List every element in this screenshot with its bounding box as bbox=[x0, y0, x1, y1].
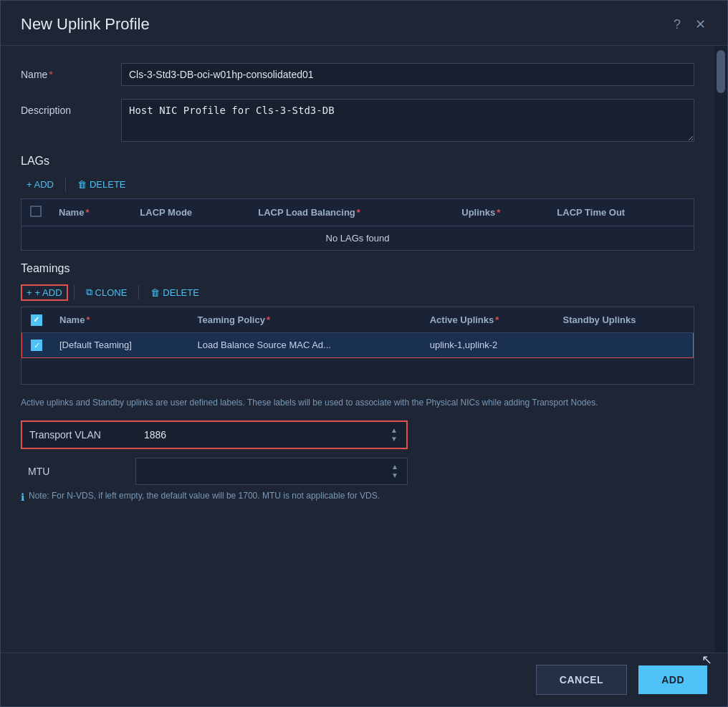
mtu-spinner: ▲ ▼ bbox=[390, 463, 400, 480]
teamings-info-text: Active uplinks and Standby uplinks are u… bbox=[21, 396, 694, 409]
dialog-title: New Uplink Profile bbox=[21, 15, 150, 34]
dialog-body: Name* Description Host NIC Profile for C… bbox=[1, 46, 727, 653]
transport-vlan-down-button[interactable]: ▼ bbox=[389, 435, 399, 443]
mtu-down-button[interactable]: ▼ bbox=[390, 471, 400, 480]
teamings-row-check bbox=[22, 332, 52, 358]
teamings-add-button[interactable]: + + ADD bbox=[21, 284, 68, 301]
teamings-toolbar-sep1 bbox=[74, 285, 75, 299]
lags-section-title: LAGs bbox=[21, 155, 694, 168]
mtu-row: MTU ▲ ▼ bbox=[21, 458, 408, 485]
lags-add-button[interactable]: + ADD bbox=[21, 176, 59, 193]
help-button[interactable]: ? bbox=[672, 16, 682, 32]
cancel-button[interactable]: CANCEL bbox=[536, 665, 627, 695]
name-label: Name* bbox=[21, 63, 121, 80]
lags-col-lacp-timeout: LACP Time Out bbox=[548, 199, 694, 226]
lags-col-name: Name* bbox=[50, 199, 131, 226]
clone-icon: ⧉ bbox=[86, 287, 92, 298]
teamings-row-active-uplinks: uplink-1,uplink-2 bbox=[421, 332, 555, 358]
lags-empty-row: No LAGs found bbox=[21, 226, 694, 251]
teamings-toolbar-sep2 bbox=[138, 285, 139, 299]
lags-check-col bbox=[21, 199, 50, 226]
teamings-header-row: Name* Teaming Policy* Active Uplinks* St… bbox=[22, 307, 694, 332]
teamings-row-standby-uplinks bbox=[555, 332, 694, 358]
lags-toolbar: + ADD 🗑 DELETE bbox=[21, 176, 694, 193]
main-content: Name* Description Host NIC Profile for C… bbox=[1, 46, 714, 653]
dialog-footer: CANCEL ADD bbox=[1, 653, 727, 706]
lags-header-row: Name* LACP Mode LACP Load Balancing* Upl… bbox=[21, 199, 694, 226]
teamings-row-policy: Load Balance Source MAC Ad... bbox=[188, 332, 421, 358]
trash2-icon: 🗑 bbox=[150, 287, 160, 298]
teamings-row-checkbox[interactable] bbox=[31, 340, 42, 351]
mtu-label: MTU bbox=[21, 461, 135, 481]
teamings-toolbar: + + ADD ⧉ CLONE 🗑 DELETE bbox=[21, 284, 694, 301]
teamings-empty-row bbox=[22, 358, 694, 385]
lags-col-lacp-mode: LACP Mode bbox=[131, 199, 249, 226]
add-button[interactable]: ADD bbox=[638, 665, 707, 694]
transport-vlan-row: Transport VLAN 1886 ▲ ▼ bbox=[21, 420, 408, 449]
mtu-input-wrap: ▲ ▼ bbox=[135, 458, 408, 485]
teamings-table-container: Name* Teaming Policy* Active Uplinks* St… bbox=[21, 307, 694, 385]
transport-vlan-label: Transport VLAN bbox=[29, 429, 144, 441]
lags-col-lacp-lb: LACP Load Balancing* bbox=[249, 199, 453, 226]
teamings-select-all-checkbox[interactable] bbox=[31, 314, 42, 326]
teamings-table: Name* Teaming Policy* Active Uplinks* St… bbox=[21, 307, 694, 384]
trash-icon: 🗑 bbox=[77, 179, 87, 190]
teamings-col-policy: Teaming Policy* bbox=[188, 307, 421, 332]
lags-table-container: Name* LACP Mode LACP Load Balancing* Upl… bbox=[21, 198, 694, 251]
note-text: Note: For N-VDS, if left empty, the defa… bbox=[29, 491, 380, 501]
name-required-star: * bbox=[49, 69, 52, 80]
transport-vlan-value: 1886 bbox=[144, 429, 389, 441]
close-button[interactable]: ✕ bbox=[694, 16, 707, 32]
lags-col-uplinks: Uplinks* bbox=[453, 199, 548, 226]
info-icon: ℹ bbox=[21, 491, 24, 503]
teamings-col-standby-uplinks: Standby Uplinks bbox=[555, 307, 694, 332]
description-row: Description Host NIC Profile for Cls-3-S… bbox=[21, 99, 694, 142]
teamings-col-active-uplinks: Active Uplinks* bbox=[421, 307, 555, 332]
transport-vlan-spinner: ▲ ▼ bbox=[389, 426, 399, 443]
new-uplink-profile-dialog: New Uplink Profile ? ✕ Name* Description… bbox=[0, 0, 728, 707]
scrollbar-thumb[interactable] bbox=[717, 50, 725, 93]
teamings-clone-button[interactable]: ⧉ CLONE bbox=[80, 284, 133, 301]
teamings-check-col bbox=[22, 307, 52, 332]
table-row[interactable]: [Default Teaming] Load Balance Source MA… bbox=[22, 332, 694, 358]
name-row: Name* bbox=[21, 63, 694, 86]
teamings-section-title: Teamings bbox=[21, 262, 694, 275]
scrollbar-track[interactable] bbox=[714, 46, 727, 653]
lags-select-all-checkbox[interactable] bbox=[30, 206, 42, 217]
lags-empty-text: No LAGs found bbox=[21, 226, 694, 251]
lags-delete-button[interactable]: 🗑 DELETE bbox=[72, 176, 132, 193]
plus-icon: + bbox=[27, 287, 32, 298]
lags-toolbar-separator bbox=[65, 178, 66, 192]
lags-table: Name* LACP Mode LACP Load Balancing* Upl… bbox=[21, 199, 694, 250]
header-icons: ? ✕ bbox=[672, 16, 707, 32]
teamings-delete-button[interactable]: 🗑 DELETE bbox=[145, 284, 205, 301]
teamings-col-name: Name* bbox=[51, 307, 188, 332]
description-label: Description bbox=[21, 99, 121, 116]
note-row: ℹ Note: For N-VDS, if left empty, the de… bbox=[21, 491, 694, 503]
teamings-row-name: [Default Teaming] bbox=[51, 332, 188, 358]
dialog-header: New Uplink Profile ? ✕ bbox=[1, 1, 727, 46]
description-input[interactable]: Host NIC Profile for Cls-3-Std3-DB bbox=[121, 99, 694, 142]
name-input[interactable] bbox=[121, 63, 694, 86]
transport-vlan-up-button[interactable]: ▲ bbox=[389, 426, 399, 435]
mtu-up-button[interactable]: ▲ bbox=[390, 463, 400, 471]
